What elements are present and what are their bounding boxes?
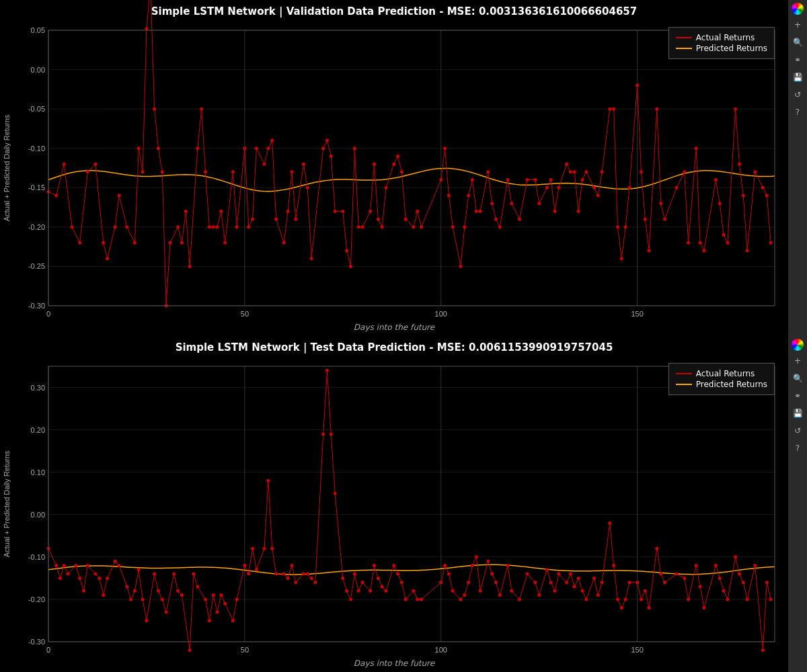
validation-chart-section: Simple LSTM Network | Validation Data Pr…: [0, 0, 807, 336]
test-legend: Actual Returns Predicted Returns: [668, 363, 775, 395]
validation-sidebar: + 🔍 ⚭ 💾 ↺ ?: [788, 0, 807, 336]
validation-x-label: Days into the future: [0, 323, 788, 332]
validation-chart-area: Simple LSTM Network | Validation Data Pr…: [0, 0, 788, 336]
validation-legend-actual: Actual Returns: [676, 33, 767, 42]
help-icon-2[interactable]: ?: [790, 441, 805, 456]
test-legend-actual: Actual Returns: [676, 369, 767, 378]
search-icon[interactable]: 🔍: [790, 35, 805, 50]
save-icon[interactable]: 💾: [790, 70, 805, 85]
refresh-icon[interactable]: ↺: [790, 87, 805, 102]
plus-icon[interactable]: +: [790, 17, 805, 32]
test-chart-area: Simple LSTM Network | Test Data Predicti…: [0, 336, 788, 672]
plus-icon-2[interactable]: +: [790, 353, 805, 368]
help-icon[interactable]: ?: [790, 105, 805, 120]
test-chart-section: Simple LSTM Network | Test Data Predicti…: [0, 336, 807, 672]
search-icon-2[interactable]: 🔍: [790, 371, 805, 386]
main-container: Simple LSTM Network | Validation Data Pr…: [0, 0, 807, 672]
test-legend-predicted: Predicted Returns: [676, 380, 767, 389]
rainbow-icon-2[interactable]: [792, 339, 804, 351]
test-sidebar: + 🔍 ⚭ 💾 ↺ ?: [788, 336, 807, 672]
validation-legend-predicted: Predicted Returns: [676, 44, 767, 53]
rainbow-icon[interactable]: [792, 3, 804, 15]
link-icon-2[interactable]: ⚭: [790, 388, 805, 403]
save-icon-2[interactable]: 💾: [790, 406, 805, 421]
refresh-icon-2[interactable]: ↺: [790, 423, 805, 438]
validation-legend: Actual Returns Predicted Returns: [668, 27, 775, 59]
link-icon[interactable]: ⚭: [790, 52, 805, 67]
test-x-label: Days into the future: [0, 659, 788, 668]
